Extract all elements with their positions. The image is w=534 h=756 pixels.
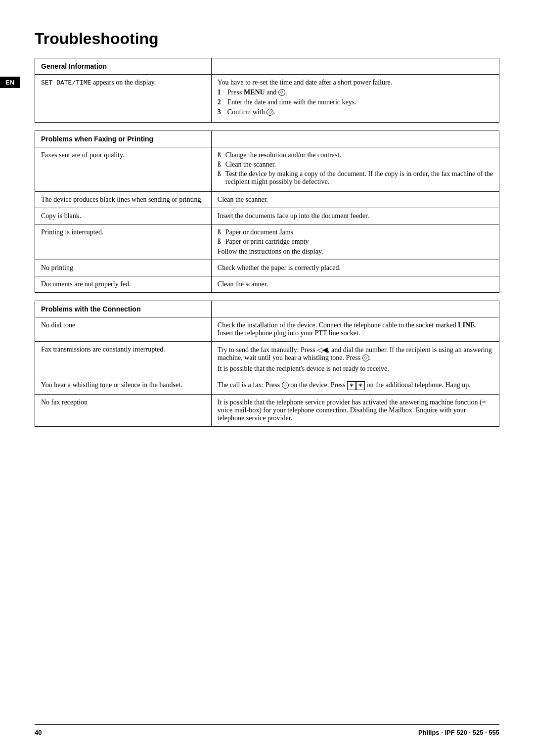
blank-copy-solution: Insert the documents face up into the do… [211,208,499,224]
step-3: 3 Confirm with ◇. [218,108,493,116]
general-info-table: General Information SET DATE/TIME appear… [35,58,499,123]
table-row: Copy is blank. Insert the documents face… [35,208,499,224]
general-info-header-right [211,58,499,75]
no-printing-solution: Check whether the paper is correctly pla… [211,260,499,276]
table-row: Printing is interrupted. Paper or docume… [35,224,499,260]
connection-header-row: Problems with the Connection [35,301,499,317]
not-fed-problem: Documents are not properly fed. [35,276,212,293]
quality-bullets: Change the resolution and/or the contras… [218,151,493,186]
fax-print-header-right [211,131,499,147]
table-row: You hear a whistling tone or silence in … [35,377,499,395]
step-1: 1 Press MENU and ◇. [218,89,493,96]
solution-para-2: It is possible that the recipient's devi… [218,365,493,373]
steps-list: 1 Press MENU and ◇. 2 Enter the date and… [218,89,493,116]
table-row: No fax reception It is possible that the… [35,394,499,426]
page-title: Troubleshooting [35,30,499,48]
page-footer: 40 Philips · IPF 520 · 525 · 555 [35,724,499,736]
black-lines-problem: The device produces black lines when sen… [35,192,212,208]
constantly-interrupted-problem: Fax transmissions are constantly interru… [35,342,212,377]
table-row: The device produces black lines when sen… [35,192,499,208]
table-row: SET DATE/TIME appears on the display. Yo… [35,75,499,123]
no-printing-problem: No printing [35,260,212,276]
star-key-1: ∗ [347,381,356,390]
footer-brand: Philips · IPF 520 · 525 · 555 [418,729,499,736]
table-row: Faxes sent are of poor quality. Change t… [35,147,499,192]
language-label: EN [0,77,20,88]
whistling-problem: You hear a whistling tone or silence in … [35,377,212,395]
table-row: No dial tone Check the installation of t… [35,317,499,342]
follow-instructions: Follow the instructions on the display. [218,248,493,256]
set-datetime-text: SET DATE/TIME [41,79,91,87]
connection-header-left: Problems with the Connection [35,301,212,317]
whistling-solution: The call is a fax: Press ◇ on the device… [211,377,499,395]
page: Troubleshooting EN General Information S… [0,0,534,756]
interrupted-solution: Paper or document Jams Paper or print ca… [211,224,499,260]
table-row: Documents are not properly fed. Clean th… [35,276,499,293]
set-datetime-cell: SET DATE/TIME appears on the display. [35,75,212,123]
general-info-header-row: General Information [35,58,499,75]
ok-symbol-3: ◇ [362,355,369,361]
interrupted-problem: Printing is interrupted. [35,224,212,260]
black-lines-solution: Clean the scanner. [211,192,499,208]
star-key-2: ∗ [356,381,365,390]
no-dial-problem: No dial tone [35,317,212,342]
bullet-item: Paper or document Jams [218,228,493,236]
table-row: Fax transmissions are constantly interru… [35,342,499,377]
bullet-item: Paper or print cartridge empty [218,238,493,246]
ok-symbol-2: ◇ [267,109,273,116]
interrupted-bullets: Paper or document Jams Paper or print ca… [218,228,493,246]
no-fax-reception-solution: It is possible that the telephone servic… [211,394,499,426]
connection-header-right [211,301,499,317]
not-fed-solution: Clean the scanner. [211,276,499,293]
step-2: 2 Enter the date and time with the numer… [218,98,493,106]
poor-quality-problem: Faxes sent are of poor quality. [35,147,212,192]
bullet-item: Change the resolution and/or the contras… [218,151,493,159]
fax-print-header-left: Problems when Faxing or Printing [35,131,212,147]
ok-symbol-4: ◇ [282,382,289,389]
connection-table: Problems with the Connection No dial ton… [35,301,499,427]
reset-intro: You have to re-set the time and date aft… [218,79,493,87]
bullet-item: Clean the scanner. [218,161,493,169]
general-info-header-left: General Information [35,58,212,75]
solution-para-1: Try to send the fax manually: Press ◁◀, … [218,346,493,362]
poor-quality-solution: Change the resolution and/or the contras… [211,147,499,192]
no-dial-solution: Check the installation of the device. Co… [211,317,499,342]
bullet-item: Test the device by making a copy of the … [218,170,493,186]
constantly-interrupted-solution: Try to send the fax manually: Press ◁◀, … [211,342,499,377]
table-row: No printing Check whether the paper is c… [35,260,499,276]
fax-print-table: Problems when Faxing or Printing Faxes s… [35,131,499,293]
ok-symbol-1: ◇ [278,89,285,96]
fax-print-header-row: Problems when Faxing or Printing [35,131,499,147]
no-fax-reception-problem: No fax reception [35,394,212,426]
set-datetime-solution: You have to re-set the time and date aft… [211,75,499,123]
footer-page-number: 40 [35,729,42,736]
blank-copy-problem: Copy is blank. [35,208,212,224]
